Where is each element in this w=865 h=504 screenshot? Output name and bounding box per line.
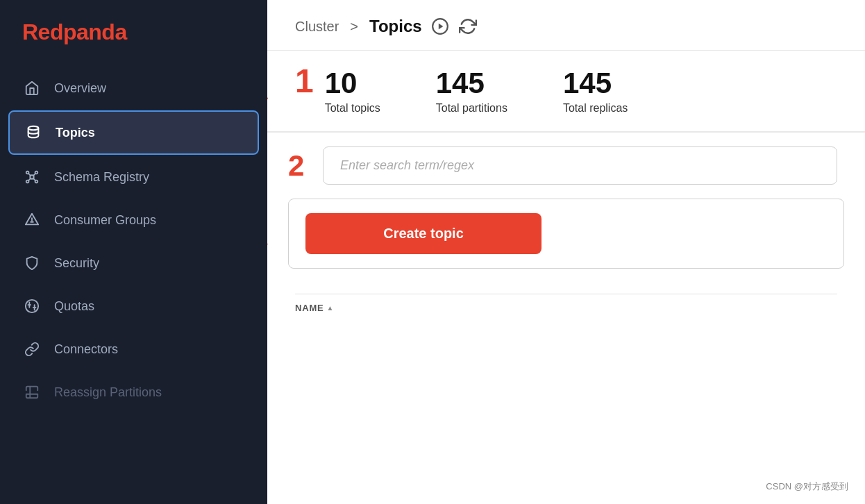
- logo-text: Redpanda: [22, 19, 127, 44]
- schema-icon: [22, 167, 42, 187]
- sidebar-item-overview[interactable]: Overview: [8, 67, 259, 109]
- table-section: NAME ▲: [267, 280, 865, 321]
- sidebar-item-label-topics: Topics: [56, 126, 95, 140]
- sidebar-item-label-reassign: Reassign Partitions: [54, 385, 162, 400]
- search-section: 2: [267, 133, 865, 199]
- col-header-name: NAME ▲: [295, 303, 334, 313]
- connectors-icon: [22, 339, 42, 359]
- breadcrumb-current: Topics: [369, 17, 422, 36]
- stat-total-replicas: 145 Total replicas: [563, 67, 628, 115]
- stat-total-topics: 10 Total topics: [325, 67, 380, 115]
- sidebar-logo: Redpanda: [0, 0, 267, 67]
- sidebar-item-quotas[interactable]: Quotas: [8, 285, 259, 327]
- breadcrumb-cluster: Cluster: [295, 19, 339, 35]
- home-icon: [22, 78, 42, 98]
- sidebar-item-consumer-groups[interactable]: Consumer Groups: [8, 199, 259, 241]
- svg-line-6: [28, 174, 31, 176]
- quotas-icon: [22, 296, 42, 316]
- consumer-icon: [22, 210, 42, 230]
- sidebar-item-topics[interactable]: Topics: [8, 110, 259, 155]
- security-icon: [22, 253, 42, 273]
- play-icon[interactable]: [430, 17, 450, 36]
- sidebar-item-label-consumer: Consumer Groups: [54, 213, 156, 228]
- annotation-1: 1: [295, 65, 314, 98]
- annotation-2: 2: [288, 149, 304, 183]
- sort-asc-icon[interactable]: ▲: [326, 304, 334, 312]
- sidebar-item-reassign[interactable]: Reassign Partitions: [8, 371, 259, 413]
- create-section: Create topic: [288, 199, 844, 269]
- sidebar-item-security[interactable]: Security: [8, 242, 259, 284]
- topics-icon: [24, 123, 43, 142]
- svg-line-7: [33, 174, 35, 176]
- sidebar: Redpanda Overview Topics: [0, 0, 267, 504]
- svg-point-13: [26, 300, 38, 312]
- watermark: CSDN @对方感受到: [760, 478, 854, 496]
- search-input[interactable]: [323, 146, 837, 185]
- page-header: Cluster > Topics: [267, 0, 865, 51]
- sidebar-item-label-quotas: Quotas: [54, 299, 94, 314]
- stat-replicas-label: Total replicas: [563, 102, 628, 115]
- main-content: Cluster > Topics 1 10 Total topics 145: [267, 0, 865, 504]
- stats-grid: 10 Total topics 145 Total partitions 145…: [325, 67, 628, 115]
- sidebar-item-schema-registry[interactable]: Schema Registry: [8, 156, 259, 198]
- stat-topics-value: 10: [325, 67, 380, 99]
- sidebar-item-label-overview: Overview: [54, 81, 106, 96]
- col-name-label: NAME: [295, 303, 324, 313]
- svg-line-8: [28, 178, 31, 180]
- create-topic-button[interactable]: Create topic: [305, 213, 541, 254]
- reassign-icon: [22, 383, 42, 402]
- stat-topics-label: Total topics: [325, 102, 380, 115]
- stat-replicas-value: 145: [563, 67, 628, 99]
- create-section-wrapper: Create topic: [267, 199, 865, 280]
- svg-marker-21: [438, 24, 443, 30]
- stats-section: 1 10 Total topics 145 Total partitions 1…: [267, 51, 865, 133]
- breadcrumb-separator: >: [350, 19, 358, 35]
- table-header: NAME ▲: [295, 294, 837, 321]
- search-container: [323, 146, 837, 185]
- sidebar-item-connectors[interactable]: Connectors: [8, 328, 259, 370]
- sidebar-item-label-security: Security: [54, 256, 99, 271]
- svg-point-0: [28, 126, 39, 131]
- stat-partitions-label: Total partitions: [436, 102, 507, 115]
- sidebar-nav: Overview Topics: [0, 67, 267, 413]
- stat-total-partitions: 145 Total partitions: [436, 67, 507, 115]
- refresh-icon[interactable]: [458, 17, 478, 36]
- stat-partitions-value: 145: [436, 67, 507, 99]
- sidebar-item-label-schema: Schema Registry: [54, 170, 149, 185]
- svg-line-9: [33, 178, 35, 180]
- sidebar-item-label-connectors: Connectors: [54, 342, 118, 357]
